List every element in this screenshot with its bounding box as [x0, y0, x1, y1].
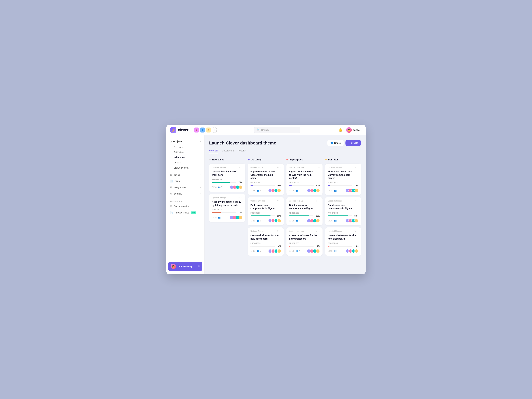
task-card[interactable]: Updated 3hrs ago ↻ ··· Create wireframes… — [325, 228, 361, 256]
card-avatars — [307, 189, 320, 192]
task-card[interactable]: Updated 3hrs ago ↻ ··· Build some new co… — [248, 197, 284, 225]
user-card[interactable]: 🧑 Tahlia Mooney ⇅ — [168, 262, 202, 271]
more-icon[interactable]: ··· — [318, 166, 320, 168]
refresh-icon[interactable]: ↻ — [277, 200, 279, 202]
people-icon: 👥 — [257, 250, 259, 252]
task-card[interactable]: Updated 3hrs ago ↻ ··· Build some new co… — [325, 197, 361, 225]
task-card[interactable]: Updated 3hrs ago ↻ ··· Keep my mentality… — [209, 194, 245, 222]
refresh-icon[interactable]: ↻ — [238, 166, 240, 168]
sidebar-item-tasks[interactable]: ▦ Tasks › — [168, 172, 202, 178]
tasks-count: ☐ 18 — [328, 250, 332, 252]
chevron-right-icon: › — [200, 186, 201, 189]
refresh-icon[interactable]: ↻ — [277, 166, 279, 168]
add-workspace-button[interactable]: + — [212, 127, 217, 133]
people-number: 7 — [298, 189, 300, 192]
tab-most-recent[interactable]: Most recent — [222, 149, 234, 154]
user-menu[interactable]: 🧑 Tahlia ▾ — [346, 127, 362, 133]
content-area: Launch Clever dashboard theme 👥 Share + … — [204, 135, 366, 274]
refresh-icon[interactable]: ↻ — [355, 230, 356, 232]
progress-row: 10% — [251, 184, 281, 187]
more-icon[interactable]: ··· — [280, 166, 281, 168]
task-card[interactable]: Updated 3hrs ago ↻ ··· Create wireframes… — [248, 228, 284, 256]
sidebar-projects-header[interactable]: ⊡ Projects ▾ — [168, 139, 202, 144]
settings-icon: ⚙ — [170, 192, 172, 195]
card-meta: Updated 3hrs ago ↻ ··· — [328, 166, 359, 168]
sidebar-item-integrations[interactable]: ⊞ Integrations › — [168, 184, 202, 190]
refresh-icon[interactable]: ↻ — [316, 230, 317, 232]
share-button[interactable]: 👥 Share — [327, 140, 344, 146]
tasks-icon: ☐ — [251, 220, 252, 222]
updated-time: Updated 3hrs ago — [251, 230, 265, 232]
sidebar-item-overview[interactable]: Overview — [172, 145, 202, 150]
more-icon[interactable]: ··· — [280, 200, 281, 202]
more-icon[interactable]: ··· — [280, 230, 281, 232]
task-card[interactable]: Updated 3hrs ago ↻ ··· Figure out how to… — [286, 164, 323, 195]
new-badge: new — [191, 211, 196, 214]
more-icon[interactable]: ··· — [241, 196, 242, 199]
progress-label: PROGRESS — [251, 242, 281, 244]
tab-popular[interactable]: Popular — [238, 149, 246, 154]
projects-icon: ⊡ — [170, 140, 172, 143]
user-name: Tahlia — [353, 129, 360, 131]
avatar: 🧑 — [346, 127, 352, 133]
sidebar-item-grid-view[interactable]: Grid View — [172, 150, 202, 155]
tasks-count: ☐ 18 — [251, 220, 255, 222]
more-icon[interactable]: ··· — [318, 230, 320, 232]
sidebar: ⊡ Projects ▾ Overview Grid View Table Vi… — [166, 135, 204, 274]
refresh-icon[interactable]: ↻ — [238, 196, 240, 199]
workspace-a[interactable]: A — [206, 127, 211, 133]
card-actions: ↻ ··· — [316, 230, 320, 232]
updated-time: Updated 3hrs ago — [289, 200, 304, 202]
progress-bar-fill — [289, 215, 309, 216]
refresh-icon[interactable]: ↻ — [277, 230, 279, 232]
sidebar-item-documentation[interactable]: ⊞ Documentation — [168, 203, 202, 209]
integrations-icon: ⊞ — [170, 186, 172, 189]
sidebar-item-privacy-policy[interactable]: 📄 Privacy Policy new — [168, 210, 202, 216]
search-input[interactable]: 🔍 Search — [254, 127, 300, 133]
tasks-icon: ☐ — [328, 250, 330, 252]
refresh-icon[interactable]: ↻ — [355, 200, 356, 202]
refresh-icon[interactable]: ↻ — [355, 166, 356, 168]
refresh-icon[interactable]: ↻ — [316, 200, 317, 202]
column-1: Do today Updated 3hrs ago ↻ ··· Figure o… — [248, 158, 284, 258]
sidebar-item-create-project[interactable]: Create Project — [172, 165, 202, 170]
more-icon[interactable]: ··· — [318, 200, 320, 202]
workspace-c[interactable]: C — [194, 127, 199, 133]
tasks-number: 18 — [330, 220, 332, 222]
more-icon[interactable]: ··· — [357, 230, 358, 232]
card-footer: ☐ 18 👥 7 — [251, 249, 281, 253]
people-count: 👥 7 — [218, 216, 222, 219]
notification-button[interactable]: 🔔 — [337, 127, 343, 133]
card-meta: Updated 3hrs ago ↻ ··· — [328, 200, 359, 202]
task-card[interactable]: Updated 3hrs ago ↻ ··· Build some new co… — [286, 197, 323, 225]
updated-time: Updated 3hrs ago — [328, 200, 342, 202]
card-actions: ↻ ··· — [316, 166, 320, 168]
tasks-icon: ☐ — [289, 189, 291, 192]
progress-percent: 83% — [315, 215, 320, 217]
people-number: 7 — [337, 189, 338, 192]
progress-bar-fill — [289, 185, 291, 186]
sidebar-item-details[interactable]: Details — [172, 160, 202, 165]
people-count: 👥 7 — [257, 189, 261, 192]
sidebar-item-files[interactable]: 📄 Files › — [168, 178, 202, 184]
tab-view-all[interactable]: View all — [209, 149, 218, 154]
sidebar-item-settings[interactable]: ⚙ Settings › — [168, 191, 202, 197]
task-card[interactable]: Updated 3hrs ago ↻ ··· Figure out how to… — [325, 164, 361, 195]
sidebar-item-table-view[interactable]: Table View — [172, 155, 202, 160]
chevron-right-icon: › — [200, 180, 201, 182]
more-icon[interactable]: ··· — [357, 200, 358, 202]
task-card[interactable]: Updated 3hrs ago ↻ ··· Create wireframes… — [286, 228, 323, 256]
create-button[interactable]: + Create — [345, 140, 361, 146]
tasks-number: 18 — [253, 250, 255, 252]
refresh-icon[interactable]: ↻ — [316, 166, 317, 168]
task-card[interactable]: Updated 3hrs ago ↻ ··· Figure out how to… — [248, 164, 284, 195]
workspace-d[interactable]: D — [200, 127, 205, 133]
progress-row: 4% — [328, 245, 359, 247]
card-title: Create wireframes for the new dashboard — [289, 234, 320, 241]
more-icon[interactable]: ··· — [357, 166, 358, 168]
card-avatars — [345, 189, 358, 192]
more-icon[interactable]: ··· — [241, 166, 242, 168]
task-card[interactable]: Updated 3hrs ago ↻ ··· Get another day f… — [209, 164, 245, 192]
people-number: 7 — [221, 186, 222, 188]
page-title: Launch Clever dashboard theme — [209, 140, 327, 146]
